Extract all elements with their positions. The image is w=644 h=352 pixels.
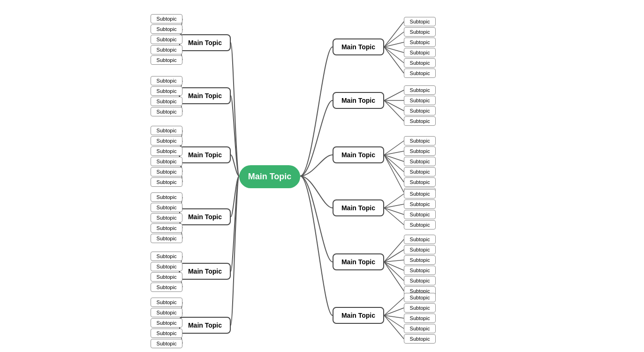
subtopic-line — [384, 100, 404, 121]
main-topic-node-L4[interactable]: Main Topic — [179, 208, 231, 225]
subtopic-R5-4[interactable]: Subtopic — [404, 276, 436, 285]
main-topic-node-R4[interactable]: Main Topic — [333, 199, 384, 216]
subtopic-R4-3[interactable]: Subtopic — [404, 220, 436, 230]
subtopic-line — [384, 100, 404, 111]
subtopic-R1-0[interactable]: Subtopic — [404, 17, 436, 26]
subtopic-line — [384, 260, 404, 262]
subtopic-L1-2[interactable]: Subtopic — [151, 35, 182, 44]
subtopic-R4-0[interactable]: Subtopic — [404, 189, 436, 199]
subtopic-L2-1[interactable]: Subtopic — [151, 86, 182, 96]
subtopic-R6-3[interactable]: Subtopic — [404, 324, 436, 333]
branch-curve — [300, 176, 333, 208]
subtopic-R4-2[interactable]: Subtopic — [404, 210, 436, 219]
subtopic-L4-1[interactable]: Subtopic — [151, 203, 182, 212]
subtopic-L2-3[interactable]: Subtopic — [151, 107, 182, 116]
branch-curve — [231, 176, 239, 271]
subtopic-R1-5[interactable]: Subtopic — [404, 69, 436, 78]
subtopic-L1-1[interactable]: Subtopic — [151, 24, 182, 34]
branch-curve — [231, 176, 239, 217]
subtopic-R6-0[interactable]: Subtopic — [404, 293, 436, 302]
subtopic-L4-3[interactable]: Subtopic — [151, 223, 182, 233]
subtopic-line — [384, 315, 404, 339]
main-topic-node-L2[interactable]: Main Topic — [179, 87, 231, 104]
subtopic-L3-4[interactable]: Subtopic — [151, 167, 182, 176]
subtopic-line — [384, 47, 404, 53]
subtopic-R1-2[interactable]: Subtopic — [404, 38, 436, 47]
subtopic-R3-1[interactable]: Subtopic — [404, 146, 436, 156]
main-topic-node-R1[interactable]: Main Topic — [333, 38, 384, 55]
subtopic-R1-1[interactable]: Subtopic — [404, 27, 436, 37]
subtopic-line — [384, 42, 404, 47]
subtopic-L4-4[interactable]: Subtopic — [151, 234, 182, 243]
main-topic-node-R5[interactable]: Main Topic — [333, 253, 384, 270]
main-topic-node-L3[interactable]: Main Topic — [179, 146, 231, 163]
subtopic-R3-2[interactable]: Subtopic — [404, 157, 436, 166]
subtopic-R3-0[interactable]: Subtopic — [404, 136, 436, 145]
subtopic-L3-3[interactable]: Subtopic — [151, 157, 182, 166]
subtopic-R6-1[interactable]: Subtopic — [404, 303, 436, 313]
subtopic-R6-4[interactable]: Subtopic — [404, 334, 436, 344]
subtopic-R4-1[interactable]: Subtopic — [404, 199, 436, 209]
subtopic-line — [384, 262, 404, 291]
subtopic-R3-4[interactable]: Subtopic — [404, 177, 436, 187]
subtopic-R2-1[interactable]: Subtopic — [404, 96, 436, 105]
subtopic-line — [384, 155, 404, 182]
subtopic-R5-1[interactable]: Subtopic — [404, 245, 436, 254]
subtopic-L6-2[interactable]: Subtopic — [151, 318, 182, 328]
subtopic-line — [384, 204, 404, 208]
subtopic-line — [384, 194, 404, 208]
subtopic-R1-3[interactable]: Subtopic — [404, 48, 436, 57]
mindmap-container: Main TopicMain TopicSubtopicSubtopicSubt… — [0, 0, 644, 352]
subtopic-line — [384, 308, 404, 315]
main-topic-node-L5[interactable]: Main Topic — [179, 263, 231, 280]
subtopic-L6-4[interactable]: Subtopic — [151, 339, 182, 348]
center-node[interactable]: Main Topic — [239, 165, 300, 188]
subtopic-R5-2[interactable]: Subtopic — [404, 255, 436, 265]
subtopic-line — [384, 239, 404, 262]
subtopic-L1-3[interactable]: Subtopic — [151, 45, 182, 54]
main-topic-node-R6[interactable]: Main Topic — [333, 307, 384, 324]
subtopic-L5-3[interactable]: Subtopic — [151, 283, 182, 292]
subtopic-line — [384, 208, 404, 214]
subtopic-L6-1[interactable]: Subtopic — [151, 308, 182, 317]
branch-curve — [300, 100, 333, 176]
subtopic-L3-5[interactable]: Subtopic — [151, 177, 182, 187]
subtopic-R5-0[interactable]: Subtopic — [404, 235, 436, 244]
subtopic-L3-1[interactable]: Subtopic — [151, 136, 182, 145]
subtopic-line — [384, 47, 404, 73]
subtopic-line — [384, 22, 404, 47]
subtopic-line — [384, 151, 404, 155]
subtopic-line — [384, 315, 404, 329]
subtopic-R3-3[interactable]: Subtopic — [404, 167, 436, 176]
subtopic-L6-0[interactable]: Subtopic — [151, 298, 182, 307]
subtopic-R2-0[interactable]: Subtopic — [404, 85, 436, 95]
subtopic-L4-2[interactable]: Subtopic — [151, 213, 182, 222]
subtopic-R2-3[interactable]: Subtopic — [404, 116, 436, 126]
subtopic-R2-2[interactable]: Subtopic — [404, 106, 436, 115]
main-topic-node-L1[interactable]: Main Topic — [179, 34, 231, 51]
main-topic-node-R2[interactable]: Main Topic — [333, 92, 384, 109]
main-topic-node-R3[interactable]: Main Topic — [333, 146, 384, 163]
subtopic-line — [384, 90, 404, 100]
subtopic-L5-0[interactable]: Subtopic — [151, 252, 182, 261]
subtopic-line — [384, 32, 404, 47]
subtopic-line — [384, 141, 404, 155]
subtopic-L4-0[interactable]: Subtopic — [151, 192, 182, 202]
subtopic-L1-0[interactable]: Subtopic — [151, 14, 182, 23]
subtopic-L6-3[interactable]: Subtopic — [151, 329, 182, 338]
subtopic-L3-2[interactable]: Subtopic — [151, 146, 182, 156]
subtopic-L1-4[interactable]: Subtopic — [151, 55, 182, 65]
subtopic-line — [384, 315, 404, 318]
subtopic-R1-4[interactable]: Subtopic — [404, 58, 436, 68]
subtopic-line — [384, 155, 404, 192]
subtopic-L2-0[interactable]: Subtopic — [151, 76, 182, 85]
subtopic-line — [384, 47, 404, 63]
branch-curve — [231, 43, 239, 176]
subtopic-L2-2[interactable]: Subtopic — [151, 97, 182, 106]
subtopic-L5-1[interactable]: Subtopic — [151, 262, 182, 271]
subtopic-R6-2[interactable]: Subtopic — [404, 314, 436, 323]
main-topic-node-L6[interactable]: Main Topic — [179, 317, 231, 334]
subtopic-L5-2[interactable]: Subtopic — [151, 272, 182, 282]
subtopic-L3-0[interactable]: Subtopic — [151, 126, 182, 135]
subtopic-R5-3[interactable]: Subtopic — [404, 266, 436, 275]
